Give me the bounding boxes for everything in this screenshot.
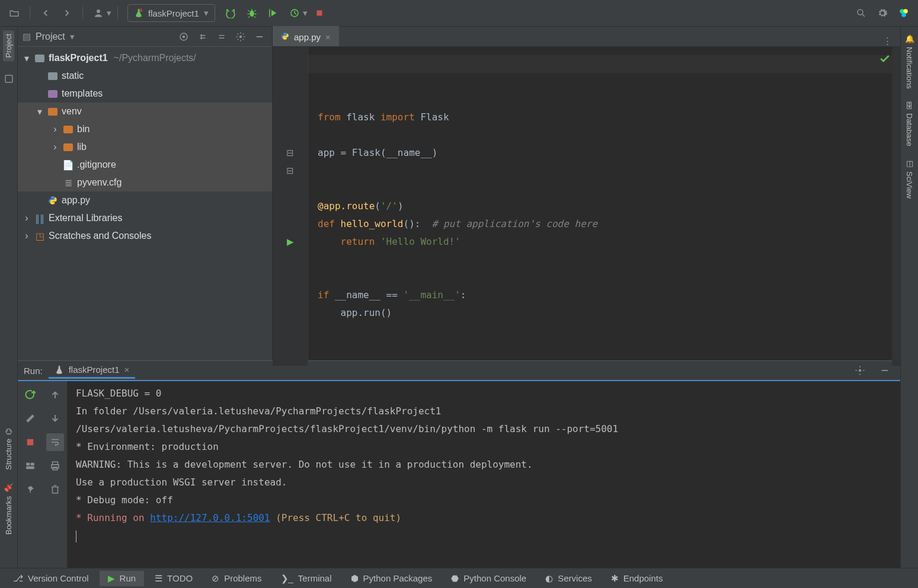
- scroll-down-button[interactable]: [46, 410, 64, 427]
- rail-label-text: Database: [905, 113, 914, 146]
- bottom-terminal[interactable]: ❯_ Terminal: [273, 571, 340, 586]
- tree-item-external-libraries[interactable]: › ‖‖ External Libraries: [18, 209, 272, 227]
- debug-button[interactable]: [242, 4, 261, 23]
- tool-window-structure[interactable]: Structure ⌬: [3, 425, 14, 474]
- tree-item-lib[interactable]: › lib: [18, 138, 272, 156]
- pin-button[interactable]: [21, 481, 39, 498]
- bottom-problems[interactable]: ⊘ Problems: [203, 571, 270, 586]
- chevron-down-icon[interactable]: ▾: [107, 8, 111, 18]
- folder-icon: [47, 106, 58, 117]
- tree-item-app[interactable]: app.py: [18, 191, 272, 209]
- tree-item-venv[interactable]: ▾ venv: [18, 103, 272, 120]
- tree-item-gitignore[interactable]: 📄 .gitignore: [18, 156, 272, 174]
- tool-window-notifications[interactable]: 🔔 Notifications: [904, 30, 915, 92]
- file-icon: ≣: [63, 177, 73, 188]
- gutter-fold-icon[interactable]: ⊟: [273, 144, 308, 162]
- structure-icon: ⌬: [4, 429, 13, 435]
- forward-icon[interactable]: [57, 4, 76, 23]
- code-editor[interactable]: ⊟ ⊟ ▶ from flask import Flask app = Flas…: [273, 47, 900, 366]
- run-configuration-selector[interactable]: flaskProject1 ▾: [127, 4, 215, 22]
- run-coverage-button[interactable]: [264, 4, 283, 23]
- tool-window-bookmarks[interactable]: Bookmarks 📌: [3, 480, 14, 538]
- rail-label-text: Notifications: [905, 47, 914, 89]
- search-icon[interactable]: [852, 4, 871, 23]
- rerun-button[interactable]: [21, 386, 39, 404]
- bottom-python-console[interactable]: ⬣ Python Console: [443, 571, 535, 586]
- open-icon[interactable]: [5, 4, 24, 23]
- print-button[interactable]: [46, 457, 64, 475]
- tree-item-scratches[interactable]: › ◳ Scratches and Consoles: [18, 227, 272, 245]
- bottom-endpoints[interactable]: ✱ Endpoints: [603, 571, 671, 586]
- bottom-services[interactable]: ◐ Services: [537, 571, 600, 586]
- editor-gutter[interactable]: ⊟ ⊟ ▶: [273, 47, 308, 366]
- project-tree[interactable]: ▾ flaskProject1 ~/PycharmProjects/ stati…: [18, 47, 272, 360]
- packages-icon: ⬢: [351, 573, 359, 584]
- run-panel-title: Run:: [24, 366, 43, 376]
- user-icon[interactable]: [89, 4, 108, 23]
- editor-area: app.py × ⋮ ⊟ ⊟ ▶ from flask import Flask…: [273, 27, 900, 360]
- tree-item-templates[interactable]: templates: [18, 85, 272, 103]
- tree-item-bin[interactable]: › bin: [18, 120, 272, 138]
- libraries-icon: ‖‖: [34, 213, 45, 223]
- scroll-up-button[interactable]: [46, 386, 64, 404]
- close-icon[interactable]: ×: [325, 32, 331, 42]
- modify-run-config-button[interactable]: [21, 410, 39, 427]
- collapse-all-icon[interactable]: [214, 29, 229, 44]
- run-button[interactable]: [221, 4, 240, 23]
- svg-point-5: [858, 9, 863, 15]
- bottom-run[interactable]: ▶ Run: [100, 571, 145, 586]
- profile-button[interactable]: [285, 4, 304, 23]
- stop-button[interactable]: [310, 4, 329, 23]
- chevron-right-icon: ›: [51, 124, 59, 135]
- select-opened-file-icon[interactable]: [176, 29, 191, 44]
- main-area: Project Structure ⌬ Bookmarks 📌 ▤ Projec…: [0, 27, 918, 568]
- back-icon[interactable]: [36, 4, 55, 23]
- clear-button[interactable]: [46, 481, 64, 498]
- hide-panel-icon[interactable]: [252, 29, 267, 44]
- chevron-down-icon: ▾: [23, 53, 31, 64]
- layout-button[interactable]: [21, 457, 39, 475]
- run-tab[interactable]: flaskProject1 ×: [49, 362, 136, 379]
- todo-icon: ☰: [155, 573, 162, 584]
- run-icon: ▶: [108, 573, 115, 584]
- project-panel: ▤ Project ▾ ▾ flaskProject1: [18, 27, 273, 360]
- database-icon: 🗄: [905, 102, 914, 110]
- tree-item-pyvenv[interactable]: ≣ pyvenv.cfg: [18, 174, 272, 191]
- tool-window-database[interactable]: 🗄 Database: [904, 98, 915, 150]
- stop-button[interactable]: [21, 433, 39, 451]
- bookmark-icon: 📌: [4, 483, 13, 493]
- svg-rect-9: [5, 75, 12, 82]
- right-tool-rail: 🔔 Notifications 🗄 Database ◫ SciView: [900, 27, 918, 568]
- tree-item-static[interactable]: static: [18, 67, 272, 85]
- inspection-ok-icon[interactable]: [879, 53, 891, 66]
- bottom-version-control[interactable]: ⎇ Version Control: [5, 571, 97, 586]
- gutter-fold-icon[interactable]: ⊟: [273, 162, 308, 180]
- panel-settings-icon[interactable]: [233, 29, 248, 44]
- editor-tab-app[interactable]: app.py ×: [273, 26, 339, 46]
- soft-wrap-button[interactable]: [46, 433, 64, 451]
- project-panel-header: ▤ Project ▾: [18, 27, 272, 47]
- ide-logo-icon[interactable]: [894, 4, 913, 23]
- tree-label: pyvenv.cfg: [77, 177, 121, 188]
- tree-label: templates: [62, 88, 103, 99]
- python-file-icon: [281, 32, 289, 42]
- console-output[interactable]: FLASK_DEBUG = 0In folder /Users/valeria.…: [68, 381, 900, 568]
- tool-window-sciview[interactable]: ◫ SciView: [904, 155, 915, 202]
- bb-label: Run: [120, 573, 136, 583]
- gutter-run-icon[interactable]: ▶: [273, 233, 308, 251]
- bottom-todo[interactable]: ☰ TODO: [146, 571, 201, 586]
- tree-root[interactable]: ▾ flaskProject1 ~/PycharmProjects/: [18, 49, 272, 67]
- editor-scrollbar[interactable]: [892, 47, 900, 366]
- code-content[interactable]: from flask import Flask app = Flask(__na…: [308, 47, 892, 366]
- tool-window-project[interactable]: Project: [3, 30, 14, 61]
- bottom-python-packages[interactable]: ⬢ Python Packages: [343, 571, 441, 586]
- expand-all-icon[interactable]: [195, 29, 210, 44]
- close-icon[interactable]: ×: [124, 365, 130, 375]
- center-column: ▤ Project ▾ ▾ flaskProject1: [18, 27, 900, 568]
- folder-icon: [47, 88, 58, 99]
- settings-icon[interactable]: [873, 4, 892, 23]
- commit-tool-icon[interactable]: [0, 69, 18, 88]
- chevron-down-icon[interactable]: ▾: [70, 31, 75, 42]
- chevron-down-icon[interactable]: ▾: [303, 8, 308, 18]
- tab-options-icon[interactable]: ⋮: [875, 36, 900, 46]
